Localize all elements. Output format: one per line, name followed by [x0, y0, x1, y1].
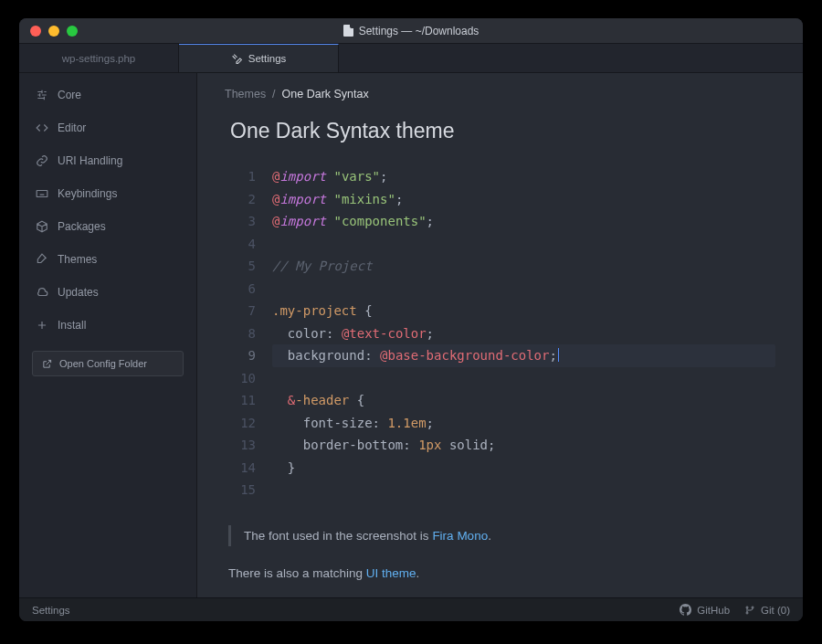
- code-line: 5// My Project: [225, 255, 775, 278]
- code-content: font-size: 1.1em;: [272, 412, 775, 435]
- font-note-post: .: [488, 529, 491, 543]
- code-line: 8 color: @text-color;: [225, 322, 775, 345]
- settings-content: Themes / One Dark Syntax One Dark Syntax…: [197, 73, 803, 597]
- app-window: Settings — ~/Downloads wp-settings.php S…: [19, 18, 803, 621]
- fira-mono-link[interactable]: Fira Mono: [432, 529, 488, 543]
- svg-point-3: [752, 607, 754, 608]
- code-line: 7.my-project {: [225, 300, 775, 322]
- sidebar-item-packages[interactable]: Packages: [19, 210, 196, 243]
- line-number: 15: [225, 479, 272, 501]
- code-content: border-bottom: 1px solid;: [272, 434, 775, 457]
- line-number: 11: [225, 389, 272, 412]
- code-line: 2@import "mixins";: [225, 188, 775, 211]
- ui-theme-link[interactable]: UI theme: [366, 566, 416, 580]
- line-number: 9: [225, 344, 272, 367]
- svg-point-2: [746, 612, 748, 614]
- close-window-button[interactable]: [30, 26, 41, 37]
- status-github[interactable]: GitHub: [680, 604, 730, 616]
- line-number: 1: [225, 165, 272, 188]
- sidebar-item-label: Editor: [58, 121, 86, 134]
- link-icon: [36, 154, 48, 167]
- git-branch-icon: [744, 605, 755, 616]
- svg-point-1: [746, 607, 748, 608]
- line-number: 10: [225, 367, 272, 390]
- code-content: &-header {: [272, 389, 775, 412]
- status-bar: Settings GitHub Git (0): [19, 597, 803, 621]
- window-title: Settings — ~/Downloads: [19, 25, 803, 37]
- code-line: 3@import "components";: [225, 210, 775, 233]
- code-line: 10: [225, 367, 775, 390]
- sidebar-item-label: Themes: [58, 253, 97, 266]
- breadcrumb-parent[interactable]: Themes: [225, 88, 266, 100]
- font-note-pre: The font used in the screenshot is: [244, 529, 432, 543]
- paint-icon: [36, 253, 48, 266]
- code-content: @import "components";: [272, 210, 775, 233]
- tab-label: wp-settings.php: [62, 53, 136, 64]
- svg-rect-0: [37, 191, 47, 197]
- status-settings-label: Settings: [32, 605, 70, 616]
- code-line: 6: [225, 278, 775, 301]
- titlebar: Settings — ~/Downloads: [19, 18, 803, 44]
- sidebar-item-label: Updates: [58, 286, 99, 299]
- code-line: 13 border-bottom: 1px solid;: [225, 434, 775, 457]
- code-preview: 1@import "vars";2@import "mixins";3@impo…: [225, 165, 775, 501]
- ui-theme-note: There is also a matching UI theme.: [228, 566, 775, 580]
- sidebar-item-editor[interactable]: Editor: [19, 111, 196, 144]
- code-content: [272, 479, 775, 501]
- line-number: 7: [225, 300, 272, 322]
- status-settings[interactable]: Settings: [32, 605, 70, 616]
- sidebar-item-themes[interactable]: Themes: [19, 243, 196, 276]
- line-number: 4: [225, 233, 272, 256]
- code-content: @import "vars";: [272, 165, 775, 188]
- settings-sidebar: Core Editor URI Handling Keybindings Pac…: [19, 73, 197, 597]
- code-content: color: @text-color;: [272, 322, 775, 345]
- line-number: 13: [225, 434, 272, 457]
- line-number: 2: [225, 188, 272, 211]
- line-number: 3: [225, 210, 272, 233]
- sidebar-item-label: Core: [58, 89, 81, 101]
- code-content: [272, 233, 775, 256]
- code-content: background: @base-background-color;: [272, 344, 775, 367]
- minimize-window-button[interactable]: [48, 26, 59, 37]
- sidebar-item-core[interactable]: Core: [19, 79, 196, 111]
- external-link-icon: [42, 359, 52, 369]
- breadcrumb-sep: /: [269, 88, 282, 100]
- line-number: 12: [225, 412, 272, 435]
- tab-wp-settings[interactable]: wp-settings.php: [19, 44, 179, 72]
- sliders-icon: [36, 89, 48, 101]
- code-line: 15: [225, 479, 775, 501]
- code-line: 12 font-size: 1.1em;: [225, 412, 775, 435]
- keyboard-icon: [36, 187, 48, 200]
- sidebar-item-keybindings[interactable]: Keybindings: [19, 177, 196, 210]
- sidebar-item-updates[interactable]: Updates: [19, 276, 196, 309]
- status-git-label: Git (0): [761, 605, 790, 616]
- package-icon: [36, 220, 48, 233]
- code-line: 14 }: [225, 457, 775, 480]
- page-title: One Dark Syntax theme: [230, 119, 775, 143]
- status-github-label: GitHub: [697, 605, 730, 616]
- font-note: The font used in the screenshot is Fira …: [228, 525, 775, 546]
- maximize-window-button[interactable]: [67, 26, 78, 37]
- breadcrumb-current: One Dark Syntax: [282, 88, 369, 100]
- github-icon: [680, 604, 691, 616]
- tab-settings[interactable]: Settings: [179, 44, 339, 72]
- code-line: 9 background: @base-background-color;: [225, 344, 775, 367]
- code-content: [272, 367, 775, 390]
- sidebar-item-label: URI Handling: [58, 154, 122, 167]
- code-line: 11 &-header {: [225, 389, 775, 412]
- open-config-folder-button[interactable]: Open Config Folder: [32, 351, 184, 376]
- line-number: 6: [225, 278, 272, 301]
- sidebar-item-install[interactable]: Install: [19, 309, 196, 342]
- line-number: 5: [225, 255, 272, 278]
- cloud-icon: [36, 286, 48, 299]
- window-title-text: Settings — ~/Downloads: [359, 25, 480, 37]
- file-icon: [343, 25, 353, 37]
- text-cursor: [558, 348, 559, 362]
- sidebar-item-uri[interactable]: URI Handling: [19, 144, 196, 177]
- code-line: 4: [225, 233, 775, 256]
- traffic-lights: [30, 26, 78, 37]
- sidebar-item-label: Keybindings: [58, 187, 117, 200]
- status-git[interactable]: Git (0): [744, 605, 790, 616]
- code-line: 1@import "vars";: [225, 165, 775, 188]
- ui-theme-pre: There is also a matching: [228, 566, 366, 580]
